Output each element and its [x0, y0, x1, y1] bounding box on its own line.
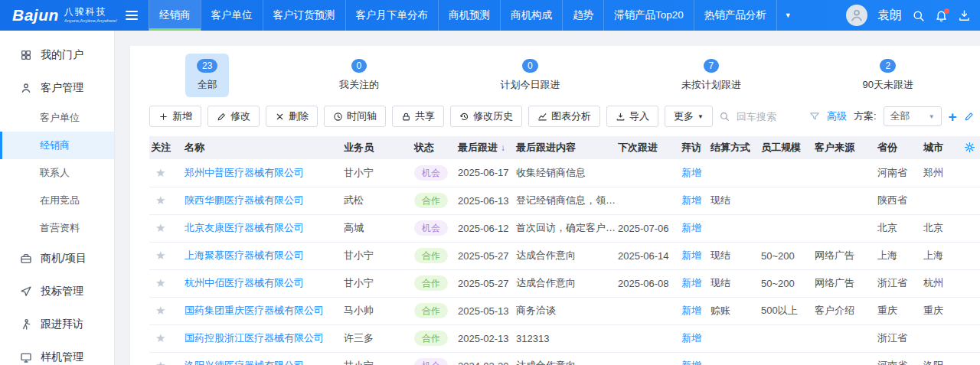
- column-header-settlement[interactable]: 结算方式: [709, 136, 760, 159]
- table-search-input[interactable]: [737, 111, 802, 122]
- sidebar-item-customer-management[interactable]: 客户管理: [0, 71, 114, 104]
- cell-staff-size: [760, 214, 813, 242]
- sidebar-subitem-competing-products[interactable]: 在用竞品: [0, 187, 114, 214]
- chart-analysis-button[interactable]: 图表分析: [528, 106, 600, 127]
- add-scheme-icon[interactable]: +: [949, 109, 957, 124]
- cell-customer-source: [813, 159, 876, 187]
- timeline-button[interactable]: 时间轴: [324, 106, 386, 127]
- column-header-visit[interactable]: 拜访: [680, 136, 709, 159]
- cell-last-follow: 2025-06-12: [456, 214, 514, 242]
- top-tab-customer-monthly-order-distribution[interactable]: 客户月下单分布: [345, 0, 439, 31]
- visit-add-link[interactable]: 新增: [681, 249, 701, 261]
- company-name-link[interactable]: 国药集团重庆医疗器械有限公司: [185, 305, 324, 316]
- favorite-star-icon[interactable]: ★: [155, 166, 165, 179]
- column-header-next-follow[interactable]: 下次跟进: [616, 136, 680, 159]
- sidebar-subitem-initial-qualification[interactable]: 首营资料: [0, 214, 114, 242]
- top-tab-trend[interactable]: 趋势: [562, 0, 603, 31]
- more-button[interactable]: 更多▼: [665, 106, 713, 127]
- sidebar-subitem-customer-unit[interactable]: 客户单位: [0, 104, 114, 132]
- sidebar-subitem-contacts[interactable]: 联系人: [0, 159, 114, 187]
- favorite-star-icon[interactable]: ★: [155, 304, 165, 317]
- stat-all[interactable]: 23全部: [185, 54, 229, 97]
- cell-last-follow-content: 商务洽谈: [514, 297, 616, 324]
- top-tab-opportunity-forecast[interactable]: 商机预测: [438, 0, 500, 31]
- stat-my-followed[interactable]: 0我关注的: [328, 54, 390, 97]
- column-header-province[interactable]: 省份: [876, 136, 922, 159]
- sidebar-item-follow-up-visit[interactable]: 跟进拜访: [0, 308, 114, 341]
- cell-settlement: 现结: [709, 269, 760, 297]
- cell-status: 机会: [413, 159, 456, 187]
- top-tab-slow-moving-top20[interactable]: 滞销产品Top20: [603, 0, 694, 31]
- sidebar-item-bidding-management[interactable]: 投标管理: [0, 275, 114, 308]
- chart-icon: [537, 112, 547, 122]
- sidebar-item-my-portal[interactable]: 我的门户: [0, 38, 114, 71]
- company-name-link[interactable]: 洛阳兴德医疗器械有限公司: [185, 360, 304, 365]
- column-header-favorite[interactable]: 关注: [149, 136, 183, 159]
- edit-history-button[interactable]: 修改历史: [450, 106, 522, 127]
- dealer-table-wrap: 关注名称业务员状态最后跟进 ↓最后跟进内容下次跟进拜访结算方式员工规模客户来源省…: [149, 136, 980, 365]
- company-name-link[interactable]: 北京友康医疗器械有限公司: [185, 222, 304, 233]
- column-header-last-follow[interactable]: 最后跟进 ↓: [456, 136, 514, 159]
- cell-clipped: [966, 324, 980, 352]
- company-name-link[interactable]: 陕西华鹏医疗器械有限公司: [185, 194, 304, 206]
- sidebar-item-sample-management[interactable]: 样机管理: [0, 341, 114, 365]
- favorite-star-icon[interactable]: ★: [155, 359, 165, 365]
- column-header-staff-size[interactable]: 员工规模: [760, 136, 813, 159]
- visit-add-link[interactable]: 新增: [681, 305, 701, 316]
- import-button[interactable]: 导入: [606, 106, 658, 127]
- cell-last-follow: 2025-05-27: [456, 269, 514, 297]
- scheme-select[interactable]: 全部 ▼: [884, 106, 942, 126]
- top-tab-dealer[interactable]: 经销商: [149, 0, 201, 31]
- advanced-filter-link[interactable]: 高级: [827, 109, 847, 123]
- search-icon[interactable]: [912, 9, 925, 22]
- visit-add-link[interactable]: 新增: [681, 167, 701, 178]
- stat-off-plan[interactable]: 7未按计划跟进: [670, 54, 753, 97]
- column-header-city[interactable]: 城市: [922, 136, 966, 159]
- company-name-link[interactable]: 郑州中普医疗器械有限公司: [185, 167, 304, 178]
- favorite-star-icon[interactable]: ★: [155, 221, 165, 234]
- username[interactable]: 袁朗: [877, 8, 902, 24]
- column-header-last-follow-content[interactable]: 最后跟进内容: [514, 136, 616, 159]
- delete-button[interactable]: 删除: [266, 106, 318, 127]
- favorite-star-icon[interactable]: ★: [155, 331, 165, 344]
- avatar[interactable]: [846, 5, 867, 26]
- stat-planned-today[interactable]: 0计划今日跟进: [488, 54, 571, 97]
- column-header-salesman[interactable]: 业务员: [342, 136, 413, 159]
- cell-status: 合作: [413, 297, 456, 324]
- column-header-customer-source[interactable]: 客户来源: [813, 136, 876, 159]
- share-button[interactable]: 共享: [392, 106, 444, 127]
- stat-no-follow-90d[interactable]: 290天未跟进: [851, 54, 924, 97]
- company-name-link[interactable]: 国药控股浙江医疗器械有限公司: [185, 332, 324, 344]
- column-settings-gear-icon[interactable]: [964, 142, 975, 153]
- favorite-star-icon[interactable]: ★: [155, 276, 165, 289]
- cell-next-follow: [616, 352, 680, 365]
- visit-add-link[interactable]: 新增: [681, 194, 701, 206]
- download-icon[interactable]: [958, 9, 971, 22]
- favorite-star-icon[interactable]: ★: [155, 194, 165, 207]
- company-name-link[interactable]: 杭州中佰医疗器械有限公司: [185, 277, 304, 288]
- cell-salesman: 马小帅: [342, 297, 413, 324]
- column-header-status[interactable]: 状态: [413, 136, 456, 159]
- sidebar-item-opportunity-project[interactable]: 商机/项目: [0, 242, 114, 275]
- favorite-star-icon[interactable]: ★: [155, 249, 165, 262]
- menu-toggle-icon[interactable]: [115, 0, 149, 31]
- sidebar-subitem-dealer[interactable]: 经销商: [0, 132, 114, 159]
- edit-button[interactable]: 修改: [207, 106, 260, 127]
- visit-add-link[interactable]: 新增: [681, 277, 701, 288]
- notifications-bell-icon[interactable]: [935, 9, 948, 22]
- company-name-link[interactable]: 上海聚慕医疗器械有限公司: [185, 249, 304, 261]
- edit-scheme-icon[interactable]: [964, 111, 975, 122]
- top-tab-hot-product-analysis[interactable]: 热销产品分析: [694, 0, 777, 31]
- add-button[interactable]: 新增: [149, 106, 201, 127]
- stat-count-badge: 0: [522, 59, 538, 73]
- top-tab-opportunity-composition[interactable]: 商机构成: [500, 0, 562, 31]
- top-tab-customer-order-forecast[interactable]: 客户订货预测: [263, 0, 345, 31]
- filter-funnel-icon[interactable]: [809, 111, 820, 122]
- app-logo[interactable]: Bajun 八骏科技 Anyone,Anytime,Anywhere!: [0, 6, 115, 24]
- visit-add-link[interactable]: 新增: [681, 222, 701, 233]
- visit-add-link[interactable]: 新增: [681, 332, 701, 344]
- nav-more-caret-icon[interactable]: ▼: [777, 0, 799, 31]
- column-header-name[interactable]: 名称: [183, 136, 342, 159]
- top-tab-customer-unit[interactable]: 客户单位: [201, 0, 263, 31]
- visit-add-link[interactable]: 新增: [681, 360, 701, 365]
